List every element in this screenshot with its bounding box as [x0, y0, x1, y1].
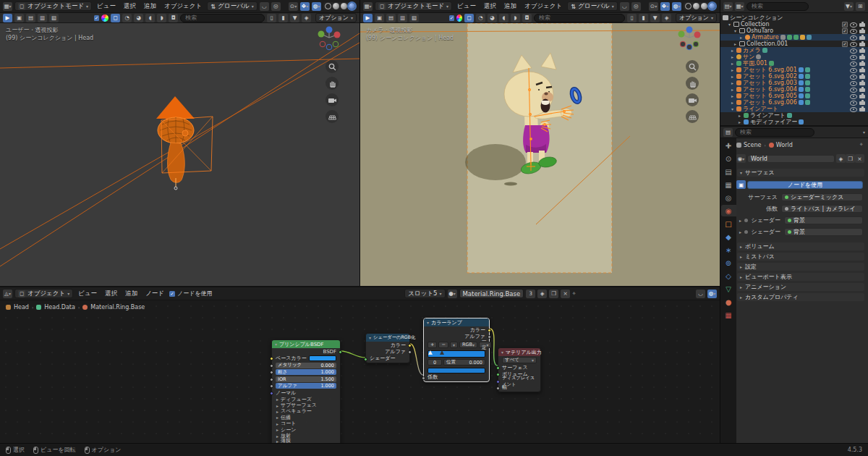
tool-cursor-icon[interactable]: ▣ — [14, 14, 24, 22]
roughness-socket[interactable] — [270, 371, 273, 374]
color-wheel-icon[interactable] — [456, 14, 462, 22]
tab-physics[interactable]: ⊚ — [723, 257, 734, 269]
pan-hand-button[interactable] — [326, 77, 339, 90]
menu-add[interactable]: 追加 — [501, 2, 519, 11]
tool-scale-icon[interactable]: ▧ — [49, 14, 59, 22]
expand-caret-icon[interactable]: ▾ — [730, 106, 735, 111]
ramp-interpolation-dropdown[interactable]: 一定▾ — [479, 342, 492, 348]
transform-orientation-dropdown[interactable]: ⇅ グローバル▾ — [567, 1, 617, 11]
overlays-dropdown[interactable]: ◍▾ — [312, 2, 321, 11]
snap-magnet-icon[interactable]: ◡ — [620, 2, 629, 11]
tab-particles[interactable]: ∗ — [723, 244, 734, 256]
base-color-socket[interactable] — [270, 357, 273, 360]
select-box-icon[interactable]: ◻ — [464, 14, 474, 22]
rgb-color-output-socket[interactable] — [408, 344, 412, 347]
overlays-dropdown[interactable]: ◍▾ — [707, 290, 717, 298]
wireframe-shading-icon[interactable] — [685, 3, 692, 9]
viewport-user-canvas[interactable] — [0, 23, 359, 286]
tool-move-icon[interactable]: ▤ — [26, 14, 35, 22]
ramp-add-stop-button[interactable]: + — [427, 342, 437, 348]
outliner-row-lineart[interactable]: ▾ラインアート — [720, 106, 868, 112]
ior-socket[interactable] — [270, 378, 273, 381]
world-name-field[interactable]: World — [747, 155, 835, 163]
metallic-slider[interactable]: メタリック0.000 — [276, 363, 336, 368]
disable-render-icon[interactable] — [859, 47, 867, 54]
hide-eye-icon[interactable] — [849, 34, 857, 41]
expand-caret-icon[interactable]: ▸ — [733, 41, 738, 46]
properties-editor-icon[interactable]: ▤ — [723, 128, 733, 137]
properties-options-icon[interactable]: ▾ — [863, 130, 865, 135]
proportional-edit-icon[interactable]: ◎ — [271, 2, 281, 11]
tool-settings-checkbox[interactable]: ✓ — [449, 15, 454, 21]
visibility-toggle-5-icon[interactable]: ◘ — [169, 14, 178, 22]
tab-texture[interactable]: ▦ — [723, 309, 734, 321]
show-object-types-dropdown[interactable]: ⊙▾ — [289, 2, 298, 11]
expand-caret-icon[interactable]: ▸ — [730, 48, 735, 53]
unlink-material-icon[interactable]: × — [561, 290, 570, 298]
navigation-gizmo[interactable] — [316, 25, 342, 51]
tab-output[interactable]: ▤ — [723, 166, 734, 177]
outliner-search-input[interactable] — [746, 2, 809, 11]
material-icon-dropdown[interactable]: ●▾ — [448, 290, 457, 298]
material-slot-dropdown[interactable]: スロット5▾ — [404, 289, 445, 298]
output-surface-socket[interactable] — [496, 366, 500, 370]
menu-add[interactable]: 追加 — [141, 2, 159, 11]
ramp-tools-dropdown[interactable]: ▾ — [450, 342, 458, 348]
disable-render-icon[interactable] — [859, 80, 867, 86]
expand-caret-icon[interactable]: ▸ — [730, 87, 735, 92]
settings-section-header[interactable]: ▸設定 — [737, 263, 864, 271]
menu-select[interactable]: 選択 — [121, 2, 139, 11]
roughness-slider[interactable]: 粗さ1.000 — [276, 369, 336, 375]
breadcrumb-world[interactable]: World — [776, 142, 793, 148]
ramp-position-field[interactable]: 位置0.000 — [443, 359, 485, 366]
disable-render-icon[interactable] — [859, 99, 867, 106]
volume-section-header[interactable]: ▸ボリューム — [737, 242, 864, 250]
hide-eye-icon[interactable] — [849, 28, 857, 34]
viewport-camera-canvas[interactable] — [360, 23, 720, 286]
ramp-stop-color-swatch[interactable] — [427, 368, 485, 373]
tab-object[interactable]: □ — [723, 218, 734, 229]
disable-render-icon[interactable] — [859, 28, 867, 34]
shader-type-dropdown[interactable]: ◻オブジェクト▾ — [14, 289, 73, 298]
animation-section-header[interactable]: ▸アニメーション — [737, 283, 864, 291]
base-color-swatch[interactable] — [309, 355, 336, 361]
node-material-output[interactable]: ▾マテリアル出力 すべて▾ サーフェス ボリューム ディスプレイスメント 幅 — [498, 347, 541, 392]
gizmos-dropdown[interactable]: ✥▾ — [660, 2, 670, 11]
viewport-search-input[interactable] — [534, 14, 625, 22]
metallic-socket[interactable] — [270, 364, 273, 368]
node-principled-bsdf[interactable]: ▾プリンシプルBSDF BSDF ベースカラー メタリック0.000 粗さ1.0… — [271, 339, 341, 446]
output-volume-socket[interactable] — [496, 373, 500, 376]
visibility-toggle-5-icon[interactable]: ◘ — [522, 14, 532, 22]
menu-object[interactable]: オブジェクト — [522, 2, 565, 11]
disable-render-icon[interactable] — [859, 67, 867, 73]
ramp-stop-0[interactable] — [428, 350, 433, 355]
tab-modifiers[interactable]: ◆ — [723, 231, 734, 242]
expand-caret-icon[interactable]: ▸ — [730, 67, 735, 72]
color-wheel-icon[interactable] — [101, 14, 109, 22]
active-tool-button[interactable]: ▶ — [363, 14, 373, 22]
menu-select[interactable]: 選択 — [481, 2, 499, 11]
outliner-row-collection[interactable]: ▾Collection✓ — [720, 21, 868, 28]
filter-funnel-icon[interactable]: ▼▾ — [844, 2, 854, 11]
solid-shading-icon[interactable] — [333, 3, 339, 9]
breadcrumb-scene[interactable]: Scene — [744, 142, 761, 148]
ramp-color-mode-dropdown[interactable]: RGB▾ — [459, 342, 477, 348]
ramp-alpha-output-socket[interactable] — [488, 335, 491, 339]
material-datablock-field[interactable]: Material.Ring.Base — [459, 289, 524, 298]
custom-properties-section-header[interactable]: ▸カスタムプロパティ — [737, 293, 864, 301]
camera-view-button[interactable] — [686, 93, 699, 106]
expand-caret-icon[interactable]: ▸ — [730, 93, 735, 98]
outliner-display-mode-dropdown[interactable]: ▤▾ — [723, 2, 733, 11]
rgb-alpha-output-socket[interactable] — [408, 350, 412, 354]
output-thickness-socket[interactable] — [496, 387, 500, 390]
disable-render-icon[interactable] — [859, 41, 867, 47]
camera-view-button[interactable] — [326, 93, 339, 106]
hide-eye-icon[interactable] — [849, 80, 857, 86]
use-nodes-button[interactable]: ノードを使用 — [747, 181, 863, 189]
material-shading-icon[interactable] — [341, 3, 347, 9]
disable-render-icon[interactable] — [859, 34, 867, 41]
tab-constraints[interactable]: ◇ — [723, 270, 734, 282]
pin-icon[interactable]: ⌖ — [572, 290, 576, 297]
hide-eye-icon[interactable] — [849, 93, 857, 99]
editor-type-button[interactable]: ◬▾ — [3, 290, 12, 298]
